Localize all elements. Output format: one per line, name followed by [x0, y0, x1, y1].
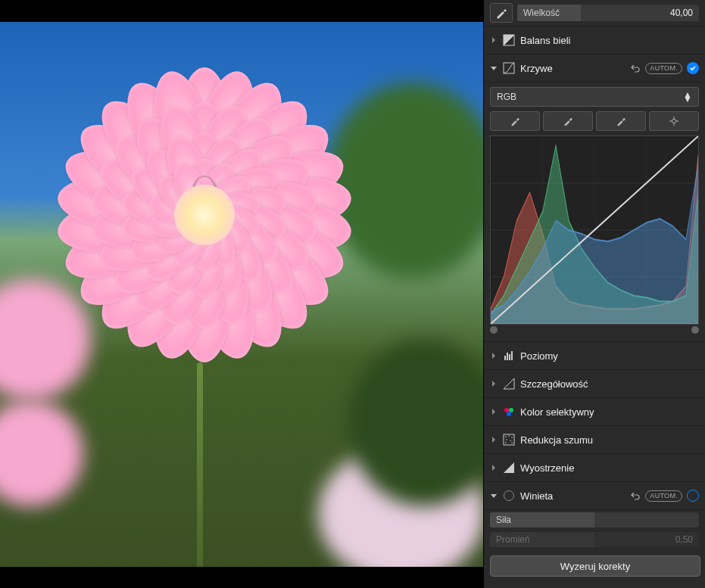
svg-rect-2: [504, 63, 514, 73]
size-slider[interactable]: Wielkość 40,00: [517, 5, 699, 21]
noise-icon: [502, 433, 516, 446]
vignette-undo-button[interactable]: [630, 490, 641, 501]
svg-point-3: [672, 119, 675, 123]
size-label: Wielkość: [523, 8, 560, 18]
disclosure-right-icon[interactable]: [490, 408, 498, 415]
disclosure-down-icon[interactable]: [490, 64, 498, 72]
disclosure-right-icon[interactable]: [490, 380, 498, 387]
svg-point-23: [510, 440, 511, 441]
image-preview: [0, 0, 483, 588]
curves-undo-button[interactable]: [630, 63, 641, 73]
sharpen-icon: [502, 461, 516, 474]
curves-body: RGB ▲▼: [484, 82, 705, 342]
levels-label: Poziomy: [520, 350, 699, 362]
brush-size-icon-button[interactable]: [490, 3, 513, 23]
eyedropper-icon: [616, 116, 626, 126]
white-balance-icon: [502, 33, 516, 47]
disclosure-down-icon[interactable]: [490, 492, 498, 499]
selective-color-header[interactable]: Kolor selektywny: [484, 398, 705, 426]
svg-point-20: [508, 435, 510, 437]
radius-value: 0,50: [675, 534, 693, 545]
disclosure-right-icon[interactable]: [490, 36, 498, 44]
levels-header[interactable]: Poziomy: [484, 342, 705, 370]
vignette-header[interactable]: Winieta AUTOM.: [484, 482, 705, 510]
size-value: 40,00: [670, 8, 693, 18]
selective-color-icon: [502, 405, 516, 418]
svg-point-17: [507, 412, 511, 416]
curves-enable-toggle[interactable]: [687, 62, 699, 74]
vignette-auto-button[interactable]: AUTOM.: [645, 490, 682, 502]
white-point-eyedropper[interactable]: [596, 111, 646, 131]
vignette-icon: [502, 489, 516, 502]
white-balance-header[interactable]: Balans bieli: [484, 26, 705, 54]
levels-icon: [502, 349, 516, 362]
curves-histogram[interactable]: [490, 135, 699, 325]
disclosure-right-icon[interactable]: [490, 352, 498, 359]
curves-header[interactable]: Krzywe AUTOM.: [484, 54, 705, 82]
svg-point-25: [511, 442, 513, 443]
detail-label: Szczegółowość: [520, 378, 699, 390]
curves-auto-button[interactable]: AUTOM.: [645, 63, 682, 74]
size-row: Wielkość 40,00: [484, 0, 705, 26]
adjustments-panel: Wielkość 40,00 Balans bieli Krzywe: [483, 0, 705, 588]
vignette-strength-slider[interactable]: Siła: [490, 512, 699, 527]
vignette-radius-slider[interactable]: Promień 0,50: [490, 532, 699, 547]
black-point-eyedropper[interactable]: [490, 111, 540, 131]
curves-channel-dropdown[interactable]: RGB ▲▼: [490, 87, 699, 107]
svg-point-21: [511, 437, 513, 438]
vignette-strength-row: Siła: [484, 510, 705, 530]
svg-point-15: [504, 408, 509, 412]
curves-icon: [502, 61, 516, 75]
reset-adjustments-button[interactable]: Wyzeruj korekty: [490, 555, 700, 577]
photo-canvas: [0, 22, 483, 567]
svg-point-16: [509, 408, 513, 412]
svg-rect-12: [507, 353, 508, 360]
svg-rect-13: [509, 354, 510, 360]
white-balance-label: Balans bieli: [520, 35, 699, 46]
svg-point-19: [505, 436, 507, 437]
dropdown-arrows-icon: ▲▼: [683, 92, 692, 101]
radius-label: Promień: [496, 534, 530, 545]
curves-label: Krzywe: [520, 63, 625, 74]
detail-icon: [502, 377, 516, 390]
vignette-label: Winieta: [520, 490, 625, 502]
disclosure-right-icon[interactable]: [490, 464, 498, 471]
curves-channel-value: RGB: [497, 92, 516, 102]
selective-color-label: Kolor selektywny: [520, 406, 699, 418]
svg-point-22: [506, 439, 507, 440]
sharpen-label: Wyostrzenie: [520, 462, 699, 474]
target-icon: [669, 116, 679, 126]
gray-point-eyedropper[interactable]: [543, 111, 593, 131]
svg-point-24: [505, 442, 507, 443]
black-point-handle[interactable]: [490, 326, 498, 334]
eyedropper-icon: [563, 116, 573, 126]
white-point-handle[interactable]: [691, 326, 699, 334]
strength-label: Siła: [496, 515, 511, 525]
add-curve-point[interactable]: [649, 111, 699, 131]
noise-label: Redukcja szumu: [520, 434, 699, 446]
vignette-radius-row: Promień 0,50: [484, 530, 705, 549]
brush-icon: [495, 7, 507, 19]
svg-rect-11: [504, 356, 506, 360]
reset-label: Wyzeruj korekty: [560, 561, 630, 572]
sharpen-header[interactable]: Wyostrzenie: [484, 454, 705, 482]
eyedropper-icon: [510, 116, 520, 126]
svg-rect-14: [511, 351, 513, 360]
detail-header[interactable]: Szczegółowość: [484, 370, 705, 398]
noise-reduction-header[interactable]: Redukcja szumu: [484, 426, 705, 454]
disclosure-right-icon[interactable]: [490, 436, 498, 443]
vignette-enable-toggle[interactable]: [687, 490, 699, 502]
